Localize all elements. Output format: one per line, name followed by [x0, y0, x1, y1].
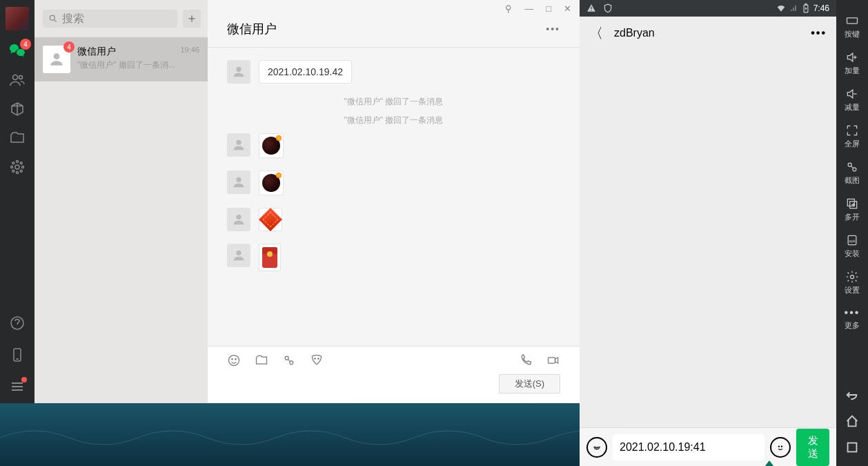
svg-point-27 [229, 356, 239, 366]
emulator-toolbar: 按键 加量 减量 全屏 截图 多开 apk 安装 设置 ••• 更多 [836, 0, 868, 466]
file-button[interactable] [255, 353, 268, 367]
add-button[interactable] [183, 10, 201, 28]
minimize-button[interactable]: — [524, 3, 533, 14]
bomb-emoji [259, 133, 284, 158]
favorites-tab[interactable] [9, 101, 26, 117]
android-home-button[interactable] [845, 414, 860, 429]
screenshot-button[interactable] [282, 353, 296, 367]
send-button[interactable]: 发送(S) [499, 374, 560, 394]
chats-badge: 4 [20, 39, 31, 50]
chat-list-item[interactable]: 4 微信用户 "微信用户" 撤回了一条消... 19:46 [34, 37, 208, 81]
message-avatar[interactable] [227, 208, 250, 231]
plus-icon [187, 14, 197, 23]
svg-point-25 [236, 215, 241, 220]
chat-item-preview: "微信用户" 撤回了一条消... [77, 59, 199, 71]
android-back-button[interactable] [845, 387, 860, 402]
voice-input-button[interactable] [586, 437, 607, 458]
svg-point-5 [11, 166, 13, 168]
fullscreen-button[interactable]: 全屏 [845, 124, 860, 149]
maximize-button[interactable]: □ [546, 3, 551, 14]
system-message: "微信用户" 撤回了一条消息 [227, 96, 560, 108]
more-button[interactable]: ••• 更多 [845, 307, 860, 331]
miniprogram-icon[interactable] [9, 315, 26, 331]
svg-point-10 [20, 162, 22, 164]
svg-rect-37 [591, 10, 591, 10]
history-button[interactable] [310, 353, 324, 367]
svg-point-34 [318, 358, 319, 359]
back-button[interactable]: 〈 [589, 24, 603, 43]
chats-tab[interactable]: 4 [9, 43, 26, 59]
contacts-tab[interactable] [9, 72, 26, 88]
chat-title: 微信用户 [227, 21, 277, 37]
message-avatar[interactable] [227, 133, 250, 157]
system-message: "微信用户" 撤回了一条消息 [227, 115, 560, 126]
message-row [227, 171, 560, 195]
bomb-emoji [259, 171, 284, 195]
install-apk-button[interactable]: apk 安装 [845, 233, 860, 259]
shield-icon [603, 3, 613, 13]
phone-menu-button[interactable]: ••• [811, 27, 827, 39]
settings-button[interactable]: 设置 [845, 270, 860, 295]
svg-line-18 [54, 19, 56, 21]
phone-emoji-button[interactable] [770, 437, 791, 458]
svg-point-4 [17, 172, 19, 174]
volume-down-button[interactable]: 减量 [845, 87, 860, 113]
message-row: 2021.02.10.19.42 [227, 60, 560, 84]
svg-text:apk: apk [849, 239, 855, 243]
svg-point-8 [20, 170, 22, 172]
search-input[interactable]: 搜索 [43, 10, 177, 28]
video-call-button[interactable] [546, 353, 560, 367]
svg-point-59 [851, 275, 854, 279]
voice-call-button[interactable] [519, 353, 533, 367]
volume-up-button[interactable]: 加量 [845, 50, 860, 76]
phone-messages-area[interactable] [580, 50, 836, 427]
user-avatar[interactable] [6, 7, 29, 30]
svg-line-52 [851, 166, 853, 168]
phone-send-button[interactable]: 发送 [796, 429, 829, 466]
keymap-button[interactable]: 按键 [845, 14, 860, 39]
phone-statusbar: 7:46 [580, 0, 836, 17]
phone-status-time: 7:46 [813, 3, 829, 13]
wifi-icon [776, 3, 786, 13]
battery-icon [802, 3, 809, 13]
input-caret-indicator [765, 460, 774, 466]
svg-point-9 [12, 170, 14, 172]
svg-rect-36 [591, 7, 591, 10]
screenshot-button-emu[interactable]: 截图 [845, 160, 860, 186]
menu-icon[interactable] [9, 378, 26, 395]
messages-area[interactable]: 2021.02.10.19.42 "微信用户" 撤回了一条消息 "微信用户" 撤… [208, 48, 580, 346]
search-icon [48, 14, 58, 23]
moments-tab[interactable] [9, 159, 26, 175]
chat-item-badge: 4 [63, 41, 75, 52]
svg-rect-39 [805, 4, 806, 6]
svg-point-33 [315, 358, 315, 359]
pin-button[interactable]: ⚲ [505, 3, 512, 14]
chat-menu-button[interactable]: ••• [546, 23, 560, 35]
svg-point-23 [236, 140, 241, 145]
message-avatar[interactable] [227, 60, 250, 84]
phone-icon[interactable] [9, 347, 26, 363]
close-button[interactable]: ✕ [564, 3, 571, 14]
input-area: 发送(S) [208, 346, 580, 403]
files-tab[interactable] [9, 130, 26, 146]
svg-point-21 [54, 53, 60, 59]
emoji-button[interactable] [227, 353, 241, 367]
svg-point-7 [12, 162, 14, 164]
message-bubble: 2021.02.10.19.42 [259, 60, 352, 84]
svg-point-1 [19, 76, 23, 79]
svg-rect-60 [848, 443, 857, 452]
wechat-sidebar: 4 [0, 0, 34, 403]
svg-point-26 [236, 251, 241, 255]
window-titlebar: ⚲ — □ ✕ [208, 0, 580, 17]
search-placeholder: 搜索 [62, 12, 84, 26]
multi-instance-button[interactable]: 多开 [845, 197, 860, 222]
menu-dot [21, 377, 27, 382]
svg-point-24 [236, 177, 241, 182]
message-avatar[interactable] [227, 171, 250, 194]
chat-item-time: 19:46 [180, 46, 199, 54]
message-avatar[interactable] [227, 244, 250, 267]
message-row [227, 133, 560, 158]
chat-item-avatar: 4 [43, 46, 70, 73]
android-recents-button[interactable] [845, 440, 860, 455]
phone-text-input[interactable] [613, 434, 765, 460]
